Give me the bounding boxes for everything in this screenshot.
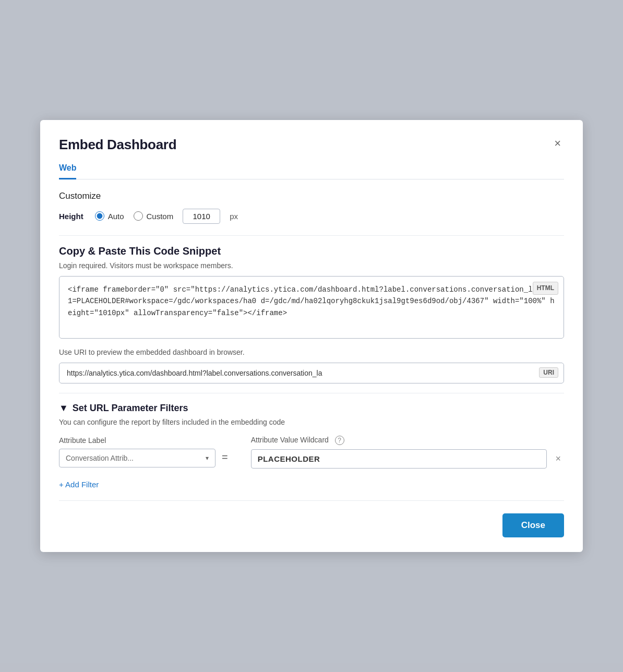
embed-dashboard-modal: Embed Dashboard × Web Customize Height A… [40, 120, 583, 552]
filter-columns: Attribute Label Conversation Attrib... ▾… [59, 436, 564, 469]
custom-radio-label: Custom [147, 212, 174, 221]
custom-radio-option[interactable]: Custom [134, 211, 174, 221]
triangle-icon: ▼ [59, 403, 68, 414]
modal-close-button[interactable]: × [551, 137, 564, 150]
snippet-subtitle: Login required. Visitors must be workspa… [59, 261, 564, 270]
auto-radio-option[interactable]: Auto [95, 211, 124, 221]
auto-radio-input[interactable] [95, 211, 104, 221]
filters-header[interactable]: ▼ Set URL Parameter Filters [59, 403, 564, 414]
close-action-button[interactable]: Close [502, 513, 564, 537]
code-content: <iframe frameborder="0" src="https://ana… [68, 285, 555, 317]
attribute-value-col-header: Attribute Value Wildcard ? [251, 436, 564, 445]
tab-web[interactable]: Web [59, 163, 76, 179]
auto-radio-label: Auto [108, 212, 124, 221]
height-row: Height Auto Custom px [59, 209, 564, 224]
px-label: px [230, 212, 238, 221]
code-snippet-box[interactable]: <iframe frameborder="0" src="https://ana… [59, 276, 564, 339]
filters-section-title: Set URL Parameter Filters [73, 403, 188, 414]
html-tag: HTML [533, 282, 558, 295]
attribute-value-input[interactable] [251, 449, 547, 469]
divider-1 [59, 235, 564, 236]
clear-filter-button[interactable]: × [552, 452, 564, 465]
tooltip-icon: ? [335, 436, 344, 445]
modal-header: Embed Dashboard × [59, 137, 564, 153]
dropdown-value: Conversation Attrib... [66, 454, 134, 462]
snippet-title: Copy & Paste This Code Snippet [59, 245, 564, 257]
uri-content: https://analytics.ytica.com/dashboard.ht… [67, 369, 322, 377]
modal-overlay: Embed Dashboard × Web Customize Height A… [0, 0, 623, 672]
dropdown-arrow-icon: ▾ [206, 454, 209, 462]
modal-title: Embed Dashboard [59, 137, 176, 153]
value-input-row: × [251, 449, 564, 469]
height-label: Height [59, 212, 83, 221]
modal-footer: Close [59, 513, 564, 537]
attribute-label-column: Attribute Label Conversation Attrib... ▾ [59, 436, 215, 467]
equals-sign: = [222, 451, 228, 469]
height-value-input[interactable] [183, 209, 220, 224]
tabs-container: Web [59, 163, 564, 179]
add-filter-button[interactable]: + Add Filter [59, 478, 99, 491]
uri-tag: URI [539, 367, 558, 378]
uri-box[interactable]: https://analytics.ytica.com/dashboard.ht… [59, 363, 564, 383]
filters-description: You can configure the report by filters … [59, 418, 564, 426]
customize-section-label: Customize [59, 191, 564, 201]
attribute-label-col-header: Attribute Label [59, 436, 215, 445]
uri-preview-label: Use URI to preview the embedded dashboar… [59, 348, 564, 356]
attribute-value-column: Attribute Value Wildcard ? × [251, 436, 564, 469]
attribute-label-dropdown[interactable]: Conversation Attrib... ▾ [59, 449, 215, 467]
attribute-value-col-label: Attribute Value Wildcard [251, 436, 329, 444]
divider-3 [59, 500, 564, 501]
divider-2 [59, 393, 564, 393]
custom-radio-input[interactable] [134, 211, 143, 221]
